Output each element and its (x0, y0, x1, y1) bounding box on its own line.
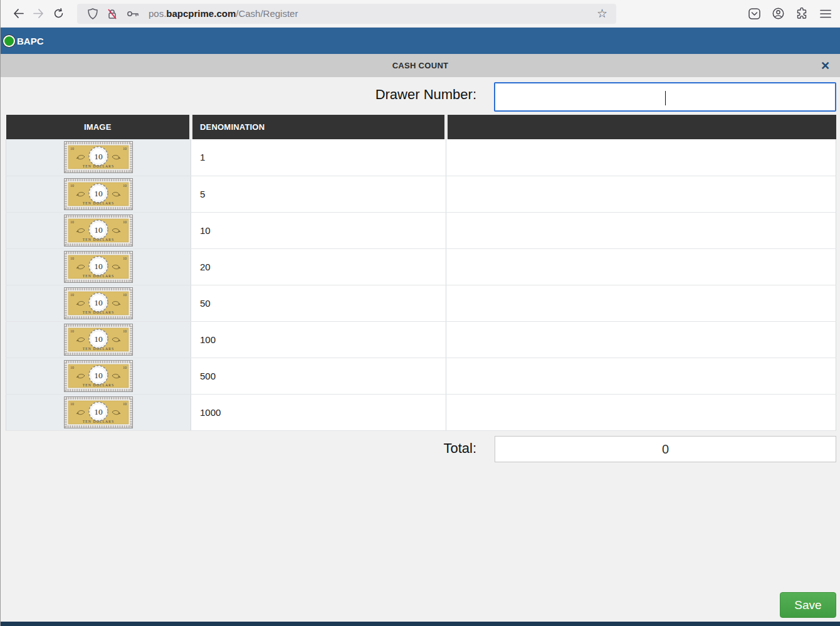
count-input-cell[interactable] (446, 248, 836, 285)
svg-text:10: 10 (94, 297, 103, 307)
bill-image-cell: 10 10 10 TEN DOLLARS (6, 139, 191, 176)
svg-text:TEN DOLLARS: TEN DOLLARS (83, 347, 114, 351)
svg-text:TEN DOLLARS: TEN DOLLARS (83, 164, 114, 168)
save-button[interactable]: Save (780, 592, 836, 618)
svg-text:10: 10 (94, 261, 103, 270)
svg-text:10: 10 (123, 183, 127, 187)
svg-text:TEN DOLLARS: TEN DOLLARS (83, 420, 114, 423)
denomination-value: 20 (191, 248, 446, 285)
svg-text:10: 10 (94, 334, 103, 343)
bill-image-cell: 10 10 10 TEN DOLLARS (6, 212, 191, 248)
svg-text:10: 10 (123, 256, 127, 260)
drawer-number-input[interactable] (494, 82, 836, 112)
key-icon[interactable] (127, 10, 139, 18)
banknote-image: 10 10 10 TEN DOLLARS (64, 141, 133, 173)
brand-name[interactable]: BAPC (17, 36, 44, 46)
svg-text:10: 10 (94, 406, 103, 416)
url-domain: bapcprime.com (166, 8, 236, 19)
count-input-cell[interactable] (446, 358, 836, 394)
column-header-image: IMAGE (6, 115, 191, 139)
bill-image-cell: 10 10 10 TEN DOLLARS (6, 285, 191, 321)
svg-text:10: 10 (123, 365, 127, 369)
banknote-image: 10 10 10 TEN DOLLARS (64, 360, 133, 392)
svg-text:10: 10 (123, 220, 127, 223)
table-row: 10 10 10 TEN DOLLARS 100 (6, 321, 836, 358)
denomination-value: 1000 (191, 394, 446, 430)
count-input-cell[interactable] (446, 139, 836, 176)
total-value: 0 (495, 436, 836, 462)
bill-image-cell: 10 10 10 TEN DOLLARS (6, 176, 191, 212)
forward-icon (33, 9, 44, 18)
svg-text:10: 10 (123, 147, 127, 151)
svg-text:10: 10 (70, 220, 74, 223)
text-caret (665, 91, 666, 105)
denomination-value: 50 (191, 285, 446, 321)
svg-text:10: 10 (70, 365, 74, 369)
url-text[interactable]: pos.bapcprime.com/Cash/Register (149, 8, 594, 19)
svg-text:10: 10 (94, 152, 103, 161)
back-button[interactable] (8, 4, 28, 24)
close-icon[interactable]: ✕ (817, 58, 834, 74)
svg-text:10: 10 (70, 147, 74, 151)
url-subdomain: pos. (149, 8, 166, 19)
table-row: 10 10 10 TEN DOLLARS 1 (6, 139, 836, 176)
svg-text:10: 10 (94, 370, 103, 379)
forward-button[interactable] (28, 4, 48, 24)
table-header-row: IMAGE DENOMINATION (6, 115, 836, 139)
total-label: Total: (443, 440, 476, 457)
banknote-image: 10 10 10 TEN DOLLARS (64, 215, 133, 247)
reload-icon (53, 8, 64, 19)
count-input-cell[interactable] (446, 212, 836, 248)
banknote-image: 10 10 10 TEN DOLLARS (64, 324, 133, 356)
modal-title: CASH COUNT (392, 61, 449, 70)
bill-image-cell: 10 10 10 TEN DOLLARS (6, 321, 191, 358)
bill-image-cell: 10 10 10 TEN DOLLARS (6, 394, 191, 430)
svg-text:TEN DOLLARS: TEN DOLLARS (83, 238, 114, 241)
banknote-image: 10 10 10 TEN DOLLARS (64, 178, 133, 210)
svg-text:10: 10 (123, 401, 127, 405)
count-input-cell[interactable] (446, 176, 836, 212)
denomination-value: 10 (191, 212, 446, 248)
url-bar[interactable]: pos.bapcprime.com/Cash/Register ☆ (77, 4, 616, 24)
account-button[interactable] (772, 8, 784, 19)
extensions-button[interactable] (796, 8, 808, 19)
bill-image-cell: 10 10 10 TEN DOLLARS (6, 358, 191, 394)
shield-icon[interactable] (88, 8, 98, 19)
insecure-lock-icon[interactable] (107, 8, 118, 19)
pocket-button[interactable] (748, 8, 760, 19)
svg-text:10: 10 (70, 401, 74, 405)
menu-icon[interactable] (820, 9, 831, 18)
drawer-number-label: Drawer Number: (375, 87, 476, 103)
svg-text:TEN DOLLARS: TEN DOLLARS (83, 310, 114, 314)
svg-text:TEN DOLLARS: TEN DOLLARS (83, 274, 114, 278)
svg-text:10: 10 (123, 292, 127, 296)
count-input-cell[interactable] (446, 321, 836, 358)
cash-count-table: IMAGE DENOMINATION 10 10 10 TEN DOLLAR (6, 115, 836, 431)
svg-text:10: 10 (94, 225, 103, 234)
svg-text:10: 10 (123, 329, 127, 332)
denomination-value: 100 (191, 321, 446, 358)
denomination-value: 1 (191, 139, 446, 176)
denomination-value: 500 (191, 358, 446, 394)
reload-button[interactable] (48, 4, 68, 24)
table-row: 10 10 10 TEN DOLLARS 50 (6, 285, 836, 321)
count-input-cell[interactable] (446, 394, 836, 430)
column-header-count (446, 115, 836, 139)
modal-title-bar: CASH COUNT ✕ (1, 54, 840, 77)
url-path: /Cash/Register (236, 8, 298, 19)
svg-text:10: 10 (70, 256, 74, 260)
bookmark-star-icon[interactable]: ☆ (594, 6, 610, 21)
table-row: 10 10 10 TEN DOLLARS 500 (6, 358, 836, 394)
table-row: 10 10 10 TEN DOLLARS 20 (6, 248, 836, 285)
table-row: 10 10 10 TEN DOLLARS 10 (6, 212, 836, 248)
toolbar-right-icons (748, 8, 831, 19)
table-row: 10 10 10 TEN DOLLARS 1000 (6, 394, 836, 430)
column-header-denomination: DENOMINATION (191, 115, 446, 139)
app-header: BAPC (1, 28, 840, 54)
count-input-cell[interactable] (446, 285, 836, 321)
denomination-value: 5 (191, 176, 446, 212)
brand-logo-icon[interactable] (3, 35, 15, 47)
svg-text:10: 10 (70, 329, 74, 332)
banknote-image: 10 10 10 TEN DOLLARS (64, 396, 133, 428)
svg-text:10: 10 (70, 183, 74, 187)
